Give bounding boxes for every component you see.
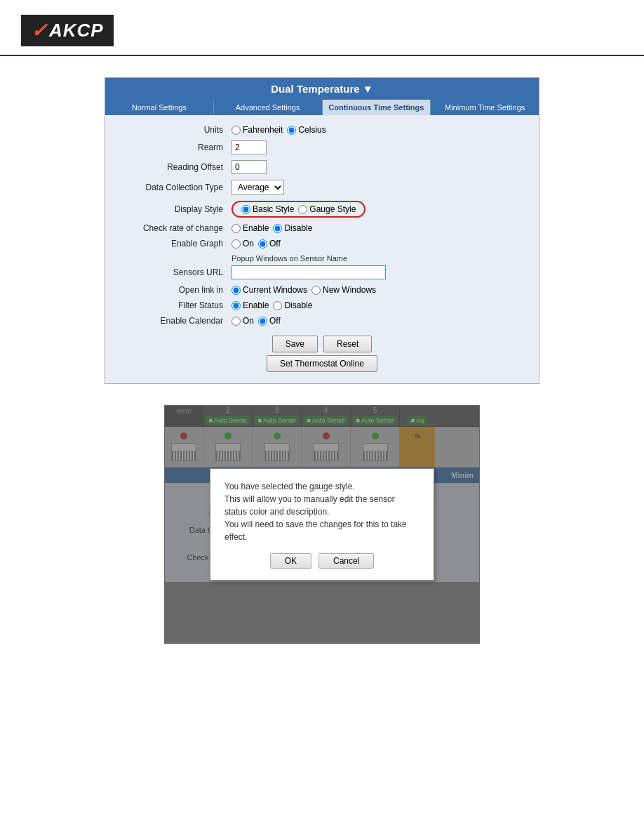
filter-enable-label: Enable <box>243 300 269 310</box>
main-panel: Dual Temperature ▼ Normal Settings Advan… <box>105 77 539 384</box>
rearm-label: Rearm <box>119 143 232 152</box>
check-rate-disable-label: Disable <box>284 223 312 233</box>
calendar-on-radio[interactable] <box>232 317 241 326</box>
filter-enable-radio[interactable] <box>232 301 241 310</box>
check-rate-enable-radio[interactable] <box>232 224 241 233</box>
header: ✓ AKCP <box>0 0 644 56</box>
tab-normal-settings[interactable]: Normal Settings <box>105 100 214 115</box>
graph-on-radio[interactable] <box>232 239 241 249</box>
modal-text: You have selected the gauge style. This … <box>224 480 420 543</box>
check-rate-control: Enable Disable <box>232 223 312 233</box>
check-rate-disable-radio[interactable] <box>273 224 282 233</box>
display-style-row: Display Style Basic Style Gauge Style <box>119 201 525 218</box>
current-windows-option[interactable]: Current Windows <box>232 285 307 295</box>
graph-off-label: Off <box>269 239 281 249</box>
modal-line3: You will need to save the changes for th… <box>224 519 407 542</box>
logo-box: ✓ AKCP <box>21 15 114 46</box>
thermostat-button[interactable]: Set Thermostat Online <box>267 355 377 372</box>
enable-graph-control: On Off <box>232 239 281 249</box>
filter-enable-option[interactable]: Enable <box>232 300 269 310</box>
display-style-options: Basic Style Gauge Style <box>232 201 365 218</box>
panel-tabs: Normal Settings Advanced Settings Contin… <box>105 100 539 115</box>
celsius-radio[interactable] <box>287 126 296 135</box>
filter-disable-label: Disable <box>284 300 312 310</box>
filter-status-row: Filter Status Enable Disable <box>119 300 525 310</box>
tab-continuous-time-settings[interactable]: Continuous Time Settings <box>323 100 431 115</box>
calendar-on-label: On <box>243 316 254 326</box>
units-row: Units Fahrenheit Celsius <box>119 125 525 135</box>
check-rate-row: Check rate of change Enable Disable <box>119 223 525 233</box>
check-rate-enable-option[interactable]: Enable <box>232 223 269 233</box>
gauge-style-radio[interactable] <box>298 205 307 214</box>
modal-overlay: You have selected the gauge style. This … <box>165 406 479 643</box>
current-windows-label: Current Windows <box>243 285 307 295</box>
units-label: Units <box>119 125 232 135</box>
new-windows-radio[interactable] <box>311 286 321 295</box>
fahrenheit-option[interactable]: Fahrenheit <box>232 125 283 135</box>
graph-off-radio[interactable] <box>258 239 267 249</box>
data-collection-control: Average <box>232 180 284 195</box>
open-link-row: Open link in Current Windows New Windows <box>119 285 525 295</box>
current-windows-radio[interactable] <box>232 286 241 295</box>
display-style-label: Display Style <box>119 204 232 214</box>
data-collection-row: Data Collection Type Average <box>119 180 525 195</box>
modal-box: You have selected the gauge style. This … <box>210 468 434 581</box>
tab-advanced-settings[interactable]: Advanced Settings <box>214 100 323 115</box>
filter-status-label: Filter Status <box>119 300 232 310</box>
gauge-style-label: Gauge Style <box>309 204 356 214</box>
logo: ✓ AKCP <box>21 13 105 48</box>
sensors-url-section: Popup Windows on Sensor Name Sensors URL <box>119 254 525 279</box>
data-collection-select[interactable]: Average <box>232 180 284 195</box>
modal-line1: You have selected the gauge style. <box>224 482 355 491</box>
panel-body: Units Fahrenheit Celsius Rearm <box>105 115 539 383</box>
tab-minimum-time-settings[interactable]: Minimum Time Settings <box>431 100 539 115</box>
open-link-label: Open link in <box>119 285 232 295</box>
save-button[interactable]: Save <box>272 336 318 352</box>
modal-line2: This will allow you to manually edit the… <box>224 494 395 517</box>
units-control: Fahrenheit Celsius <box>232 125 326 135</box>
sensors-url-input[interactable] <box>232 265 386 279</box>
gauge-style-option[interactable]: Gauge Style <box>298 204 356 214</box>
calendar-on-option[interactable]: On <box>232 316 254 326</box>
enable-calendar-control: On Off <box>232 316 281 326</box>
modal-cancel-button[interactable]: Cancel <box>318 553 374 569</box>
logo-text: AKCP <box>49 20 104 41</box>
enable-calendar-label: Enable Calendar <box>119 316 232 326</box>
reading-offset-control <box>232 160 267 174</box>
filter-status-control: Enable Disable <box>232 300 312 310</box>
new-windows-option[interactable]: New Windows <box>311 285 376 295</box>
graph-on-option[interactable]: On <box>232 239 254 249</box>
graph-off-option[interactable]: Off <box>258 239 281 249</box>
celsius-option[interactable]: Celsius <box>287 125 326 135</box>
celsius-label: Celsius <box>298 125 326 135</box>
rearm-row: Rearm <box>119 140 525 154</box>
button-row: Save Reset <box>119 336 525 352</box>
data-collection-label: Data Collection Type <box>119 183 232 192</box>
reading-offset-label: Reading Offset <box>119 162 232 172</box>
enable-graph-row: Enable Graph On Off <box>119 239 525 249</box>
rearm-control <box>232 140 267 154</box>
check-rate-enable-label: Enable <box>243 223 269 233</box>
sensors-url-hint: Popup Windows on Sensor Name <box>232 254 347 263</box>
fahrenheit-radio[interactable] <box>232 126 241 135</box>
check-rate-label: Check rate of change <box>119 223 232 233</box>
reading-offset-input[interactable] <box>232 160 267 174</box>
modal-ok-button[interactable]: OK <box>270 553 311 569</box>
calendar-off-radio[interactable] <box>258 317 267 326</box>
calendar-off-label: Off <box>269 316 281 326</box>
panel-title: Dual Temperature ▼ <box>105 78 539 100</box>
open-link-control: Current Windows New Windows <box>232 285 376 295</box>
sensors-url-label: Sensors URL <box>119 267 232 277</box>
basic-style-option[interactable]: Basic Style <box>241 204 294 214</box>
logo-checkmark: ✓ <box>31 19 48 42</box>
basic-style-radio[interactable] <box>241 205 250 214</box>
reset-button[interactable]: Reset <box>323 336 372 352</box>
filter-disable-option[interactable]: Disable <box>273 300 312 310</box>
filter-disable-radio[interactable] <box>273 301 282 310</box>
rearm-input[interactable] <box>232 140 267 154</box>
check-rate-disable-option[interactable]: Disable <box>273 223 312 233</box>
calendar-off-option[interactable]: Off <box>258 316 281 326</box>
fahrenheit-label: Fahrenheit <box>243 125 283 135</box>
reading-offset-row: Reading Offset <box>119 160 525 174</box>
enable-graph-label: Enable Graph <box>119 239 232 249</box>
